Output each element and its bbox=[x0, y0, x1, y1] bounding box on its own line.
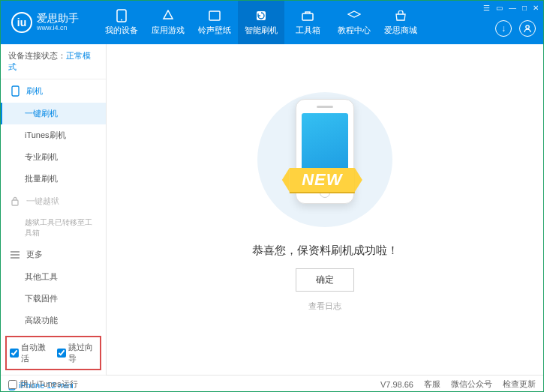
checkbox-skip-setup[interactable] bbox=[57, 349, 66, 358]
nav-my-device[interactable]: 我的设备 bbox=[98, 1, 145, 44]
check-label: 自动激活 bbox=[21, 342, 50, 364]
phone-outline-icon bbox=[10, 86, 20, 97]
nav-store[interactable]: 爱思商城 bbox=[377, 1, 424, 44]
nav-label: 爱思商城 bbox=[384, 25, 417, 36]
nav-label: 工具箱 bbox=[296, 25, 320, 36]
nav-toolbox[interactable]: 工具箱 bbox=[284, 1, 331, 44]
toolbox-icon bbox=[301, 9, 314, 22]
main-nav: 我的设备 应用游戏 铃声壁纸 智能刷机 工具箱 教程中心 爱思商城 bbox=[98, 1, 424, 44]
jailbreak-note: 越狱工具已转移至工具箱 bbox=[1, 213, 106, 243]
check-update-link[interactable]: 检查更新 bbox=[503, 379, 536, 390]
graduation-icon bbox=[347, 9, 361, 22]
success-message: 恭喜您，保资料刷机成功啦！ bbox=[252, 244, 398, 258]
nav-label: 我的设备 bbox=[105, 25, 138, 36]
checkbox-auto-activate[interactable] bbox=[10, 349, 19, 358]
support-link[interactable]: 客服 bbox=[424, 379, 440, 390]
version-label: V7.98.66 bbox=[380, 380, 413, 389]
section-more[interactable]: 更多 bbox=[1, 243, 106, 266]
section-flash[interactable]: 刷机 bbox=[1, 79, 106, 103]
svg-rect-6 bbox=[12, 86, 19, 96]
refresh-icon bbox=[254, 9, 268, 22]
maximize-icon[interactable]: □ bbox=[522, 4, 527, 12]
sidebar-item-batch-flash[interactable]: 批量刷机 bbox=[1, 168, 106, 190]
menu-icon[interactable]: ☰ bbox=[483, 4, 490, 12]
section-label: 一键越狱 bbox=[26, 196, 59, 207]
wallpaper-icon bbox=[208, 9, 221, 22]
sidebar-item-other-tools[interactable]: 其他工具 bbox=[1, 266, 106, 288]
conn-label: 设备连接状态： bbox=[8, 51, 66, 60]
apps-icon bbox=[161, 9, 175, 22]
block-itunes-check[interactable]: 阻止iTunes运行 bbox=[8, 379, 78, 390]
svg-rect-7 bbox=[12, 200, 18, 205]
new-ribbon: NEW bbox=[290, 168, 354, 192]
nav-label: 教程中心 bbox=[338, 25, 371, 36]
sidebar-item-oneclick-flash[interactable]: 一键刷机 bbox=[1, 103, 106, 124]
svg-point-5 bbox=[526, 25, 529, 28]
options-highlight-box: 自动激活 跳过向导 bbox=[5, 336, 101, 370]
confirm-button[interactable]: 确定 bbox=[296, 268, 354, 292]
sidebar: 设备连接状态：正常模式 刷机 一键刷机 iTunes刷机 专业刷机 批量刷机 一… bbox=[1, 44, 107, 375]
phone-icon bbox=[115, 9, 128, 22]
download-button[interactable]: ↓ bbox=[495, 20, 512, 37]
svg-rect-2 bbox=[209, 11, 220, 20]
nav-smart-flash[interactable]: 智能刷机 bbox=[238, 1, 284, 44]
app-url: www.i4.cn bbox=[37, 25, 79, 32]
list-icon bbox=[10, 250, 20, 260]
svg-rect-4 bbox=[302, 13, 313, 20]
view-log-link[interactable]: 查看日志 bbox=[308, 301, 341, 312]
check-skip-setup[interactable]: 跳过向导 bbox=[57, 342, 97, 364]
skin-icon[interactable]: ▭ bbox=[496, 4, 503, 12]
logo-area: iu 爱思助手 www.i4.cn bbox=[1, 12, 98, 33]
check-auto-activate[interactable]: 自动激活 bbox=[10, 342, 50, 364]
nav-label: 应用游戏 bbox=[152, 25, 185, 36]
wechat-link[interactable]: 微信公众号 bbox=[451, 379, 492, 390]
main-content: NEW 恭喜您，保资料刷机成功啦！ 确定 查看日志 bbox=[107, 44, 543, 375]
sidebar-item-advanced[interactable]: 高级功能 bbox=[1, 310, 106, 331]
app-logo-icon: iu bbox=[11, 12, 32, 33]
svg-point-1 bbox=[121, 19, 122, 21]
success-illustration: NEW bbox=[257, 92, 392, 227]
minimize-icon[interactable]: — bbox=[509, 4, 516, 12]
sidebar-item-itunes-flash[interactable]: iTunes刷机 bbox=[1, 124, 106, 146]
title-bar: iu 爱思助手 www.i4.cn 我的设备 应用游戏 铃声壁纸 智能刷机 工具… bbox=[1, 1, 543, 44]
section-jailbreak[interactable]: 一键越狱 bbox=[1, 190, 106, 213]
window-controls: ☰ ▭ — □ ✕ bbox=[483, 4, 539, 12]
lock-icon bbox=[10, 196, 20, 207]
sidebar-item-pro-flash[interactable]: 专业刷机 bbox=[1, 146, 106, 168]
checkbox-block-itunes[interactable] bbox=[8, 380, 17, 389]
section-label: 刷机 bbox=[26, 85, 43, 97]
user-button[interactable] bbox=[519, 20, 536, 37]
connection-status: 设备连接状态：正常模式 bbox=[1, 44, 106, 79]
app-name: 爱思助手 bbox=[37, 13, 79, 24]
section-label: 更多 bbox=[26, 249, 43, 260]
nav-ringtones[interactable]: 铃声壁纸 bbox=[191, 1, 238, 44]
block-itunes-label: 阻止iTunes运行 bbox=[20, 379, 78, 390]
nav-apps-games[interactable]: 应用游戏 bbox=[145, 1, 191, 44]
nav-tutorials[interactable]: 教程中心 bbox=[331, 1, 377, 44]
nav-label: 铃声壁纸 bbox=[198, 25, 231, 36]
nav-label: 智能刷机 bbox=[245, 25, 278, 36]
store-icon bbox=[394, 9, 407, 22]
close-icon[interactable]: ✕ bbox=[533, 4, 539, 12]
check-label: 跳过向导 bbox=[68, 342, 97, 364]
sidebar-item-download-fw[interactable]: 下载固件 bbox=[1, 288, 106, 310]
